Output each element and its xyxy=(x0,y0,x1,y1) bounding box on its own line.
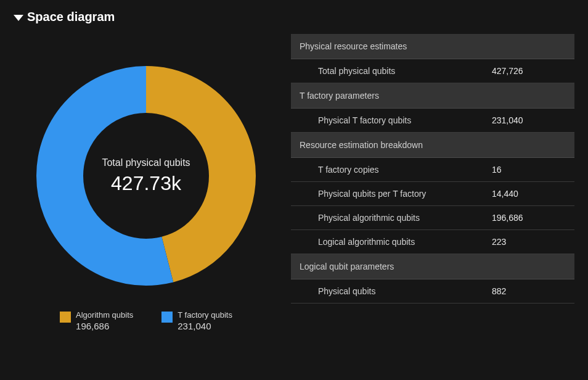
details-panel: Physical resource estimatesTotal physica… xyxy=(291,34,574,304)
page-title: Space diagram xyxy=(27,10,115,24)
section-heading: Logical qubit parameters xyxy=(291,254,574,279)
row-value: 16 xyxy=(492,165,566,175)
chart-legend: Algorithm qubits196,686T factory qubits2… xyxy=(60,310,232,332)
row-value: 223 xyxy=(492,237,566,247)
donut-chart: Total physical qubits 427.73k xyxy=(29,59,263,293)
table-row[interactable]: T factory copies16 xyxy=(291,158,574,182)
chart-center-label: Total physical qubits xyxy=(102,157,190,168)
table-row[interactable]: Physical qubits per T factory14,440 xyxy=(291,182,574,206)
section-heading: Resource estimation breakdown xyxy=(291,133,574,158)
row-label: Physical algorithmic qubits xyxy=(318,213,492,223)
chart-center-value: 427.73k xyxy=(111,172,181,195)
row-value: 14,440 xyxy=(492,189,566,199)
row-label: T factory copies xyxy=(318,165,492,175)
row-label: Total physical qubits xyxy=(318,66,492,76)
table-row[interactable]: Total physical qubits427,726 xyxy=(291,59,574,83)
caret-down-icon xyxy=(14,15,23,21)
legend-label: T factory qubits xyxy=(178,310,232,320)
row-value: 427,726 xyxy=(492,66,566,76)
section-header[interactable]: Space diagram xyxy=(14,10,574,24)
row-value: 882 xyxy=(492,286,566,296)
row-label: Physical T factory qubits xyxy=(318,115,492,125)
row-label: Physical qubits xyxy=(318,286,492,296)
legend-swatch xyxy=(60,312,71,323)
table-row[interactable]: Physical algorithmic qubits196,686 xyxy=(291,206,574,230)
row-label: Logical algorithmic qubits xyxy=(318,237,492,247)
legend-item: T factory qubits231,040 xyxy=(161,310,232,332)
legend-swatch xyxy=(161,312,173,323)
legend-item: Algorithm qubits196,686 xyxy=(60,310,133,332)
section-heading: T factory parameters xyxy=(291,83,574,109)
legend-value: 231,040 xyxy=(178,321,232,332)
row-label: Physical qubits per T factory xyxy=(318,189,492,199)
section-heading: Physical resource estimates xyxy=(291,34,574,59)
table-row[interactable]: Physical qubits882 xyxy=(291,279,574,304)
legend-value: 196,686 xyxy=(76,321,133,332)
legend-label: Algorithm qubits xyxy=(76,310,133,320)
row-value: 196,686 xyxy=(492,213,566,223)
row-value: 231,040 xyxy=(492,115,566,125)
table-row[interactable]: Physical T factory qubits231,040 xyxy=(291,109,574,133)
table-row[interactable]: Logical algorithmic qubits223 xyxy=(291,230,574,254)
